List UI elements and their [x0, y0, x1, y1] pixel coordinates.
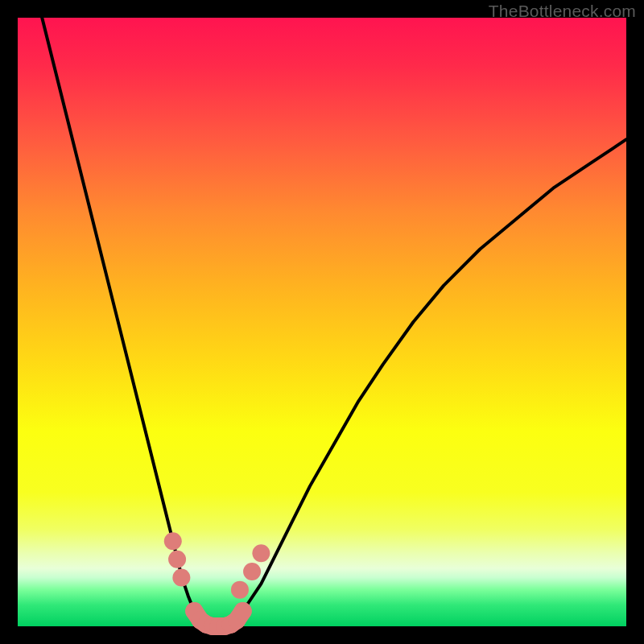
series-right-curve	[231, 139, 626, 626]
curves-svg	[18, 18, 626, 626]
highlight-dot	[243, 563, 261, 580]
highlight-dot	[168, 551, 186, 568]
series-left-curve	[42, 18, 206, 626]
highlight-dot	[172, 569, 190, 587]
highlight-dot	[234, 602, 252, 620]
highlight-dot	[164, 532, 182, 550]
highlight-dot	[252, 544, 270, 562]
watermark-text: TheBottleneck.com	[489, 2, 636, 21]
plot-area	[18, 18, 626, 626]
highlight-dot	[231, 581, 249, 599]
chart-frame: TheBottleneck.com	[0, 0, 644, 644]
